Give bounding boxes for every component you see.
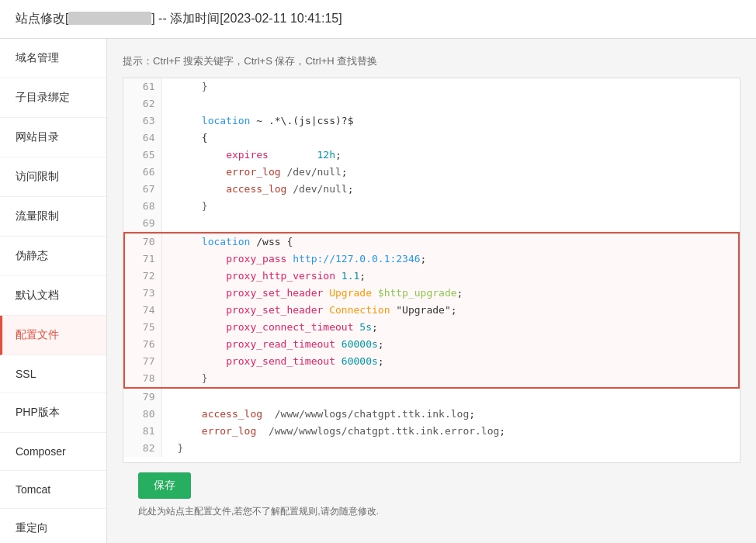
- table-row: 62: [124, 95, 739, 112]
- table-row: 68 }: [124, 198, 739, 215]
- line-number: 78: [124, 370, 161, 388]
- line-number: 64: [124, 130, 161, 147]
- sidebar-item-流量限制[interactable]: 流量限制: [0, 197, 106, 237]
- table-row: 72 proxy_http_version 1.1;: [124, 268, 739, 285]
- code-line: }: [161, 440, 739, 457]
- code-line: }: [161, 370, 739, 388]
- sidebar-item-网站目录[interactable]: 网站目录: [0, 118, 106, 157]
- table-row: 61 }: [124, 78, 739, 95]
- code-line: location /wss {: [161, 233, 739, 251]
- line-number: 66: [124, 164, 161, 181]
- line-number: 62: [124, 95, 161, 112]
- hint-bar: 提示：Ctrl+F 搜索关键字，Ctrl+S 保存，Ctrl+H 查找替换: [123, 54, 740, 68]
- code-editor[interactable]: 61 }6263 location ~ .*\.(js|css)?$64 {65…: [123, 78, 740, 463]
- code-line: expires 12h;: [161, 147, 739, 164]
- table-row: 74 proxy_set_header Connection "Upgrade"…: [124, 302, 739, 319]
- table-row: 79: [124, 388, 739, 406]
- code-line: }: [161, 198, 739, 215]
- main-container: 域名管理子目录绑定网站目录访问限制流量限制伪静态默认文档配置文件SSLPHP版本…: [0, 39, 756, 543]
- table-row: 82}: [124, 440, 739, 457]
- line-number: 81: [124, 423, 161, 440]
- title-bar: 站点修改[chatgpt.ttk.ink] -- 添加时间[2023-02-11…: [0, 0, 756, 39]
- code-line: proxy_set_header Upgrade $http_upgrade;: [161, 285, 739, 302]
- code-table: 61 }6263 location ~ .*\.(js|css)?$64 {65…: [123, 78, 740, 457]
- line-number: 72: [124, 268, 161, 285]
- table-row: 70 location /wss {: [124, 233, 739, 251]
- line-number: 67: [124, 181, 161, 198]
- table-row: 73 proxy_set_header Upgrade $http_upgrad…: [124, 285, 739, 302]
- line-number: 61: [124, 78, 161, 95]
- line-number: 75: [124, 319, 161, 336]
- code-line: proxy_set_header Connection "Upgrade";: [161, 302, 739, 319]
- code-line: error_log /dev/null;: [161, 164, 739, 181]
- sidebar-item-Composer[interactable]: Composer: [0, 433, 106, 471]
- code-line: [161, 215, 739, 233]
- line-number: 80: [124, 406, 161, 423]
- table-row: 78 }: [124, 370, 739, 388]
- line-number: 71: [124, 251, 161, 268]
- code-line: proxy_read_timeout 60000s;: [161, 336, 739, 353]
- sidebar-item-重定向[interactable]: 重定向: [0, 509, 106, 543]
- code-line: proxy_send_timeout 60000s;: [161, 353, 739, 370]
- code-line: proxy_pass http://127.0.0.1:2346;: [161, 251, 739, 268]
- code-line: proxy_connect_timeout 5s;: [161, 319, 739, 336]
- sidebar-item-SSL[interactable]: SSL: [0, 355, 106, 393]
- footer-note: 此处为站点主配置文件,若您不了解配置规则,请勿随意修改.: [138, 505, 725, 518]
- content-area: 提示：Ctrl+F 搜索关键字，Ctrl+S 保存，Ctrl+H 查找替换 61…: [107, 39, 756, 543]
- table-row: 77 proxy_send_timeout 60000s;: [124, 353, 739, 370]
- line-number: 68: [124, 198, 161, 215]
- table-row: 67 access_log /dev/null;: [124, 181, 739, 198]
- line-number: 69: [124, 215, 161, 233]
- table-row: 81 error_log /www/wwwlogs/chatgpt.ttk.in…: [124, 423, 739, 440]
- code-line: {: [161, 130, 739, 147]
- sidebar-item-默认文档[interactable]: 默认文档: [0, 276, 106, 316]
- code-line: access_log /dev/null;: [161, 181, 739, 198]
- sidebar-item-子目录绑定[interactable]: 子目录绑定: [0, 78, 106, 118]
- table-row: 76 proxy_read_timeout 60000s;: [124, 336, 739, 353]
- table-row: 64 {: [124, 130, 739, 147]
- title-suffix: ] -- 添加时间[2023-02-11 10:41:15]: [151, 12, 342, 25]
- bottom-bar: 保存 此处为站点主配置文件,若您不了解配置规则,请勿随意修改.: [123, 463, 740, 527]
- line-number: 65: [124, 147, 161, 164]
- line-number: 70: [124, 233, 161, 251]
- table-row: 80 access_log /www/wwwlogs/chatgpt.ttk.i…: [124, 406, 739, 423]
- code-line: }: [161, 78, 739, 95]
- code-line: location ~ .*\.(js|css)?$: [161, 112, 739, 130]
- title-redacted: chatgpt.ttk.ink: [68, 12, 151, 25]
- table-row: 75 proxy_connect_timeout 5s;: [124, 319, 739, 336]
- code-line: access_log /www/wwwlogs/chatgpt.ttk.ink.…: [161, 406, 739, 423]
- code-line: [161, 95, 739, 112]
- table-row: 69: [124, 215, 739, 233]
- table-row: 71 proxy_pass http://127.0.0.1:2346;: [124, 251, 739, 268]
- sidebar-item-访问限制[interactable]: 访问限制: [0, 157, 106, 197]
- sidebar-item-配置文件[interactable]: 配置文件: [0, 316, 106, 355]
- sidebar-item-域名管理[interactable]: 域名管理: [0, 39, 106, 78]
- sidebar: 域名管理子目录绑定网站目录访问限制流量限制伪静态默认文档配置文件SSLPHP版本…: [0, 39, 107, 543]
- code-line: error_log /www/wwwlogs/chatgpt.ttk.ink.e…: [161, 423, 739, 440]
- line-number: 73: [124, 285, 161, 302]
- sidebar-item-伪静态[interactable]: 伪静态: [0, 237, 106, 276]
- line-number: 82: [124, 440, 161, 457]
- line-number: 79: [124, 388, 161, 406]
- sidebar-item-PHP版本[interactable]: PHP版本: [0, 393, 106, 433]
- table-row: 66 error_log /dev/null;: [124, 164, 739, 181]
- code-line: [161, 388, 739, 406]
- code-line: proxy_http_version 1.1;: [161, 268, 739, 285]
- title-prefix: 站点修改[: [16, 12, 68, 25]
- line-number: 63: [124, 112, 161, 130]
- sidebar-item-Tomcat[interactable]: Tomcat: [0, 471, 106, 509]
- line-number: 74: [124, 302, 161, 319]
- line-number: 77: [124, 353, 161, 370]
- table-row: 63 location ~ .*\.(js|css)?$: [124, 112, 739, 130]
- save-button[interactable]: 保存: [138, 472, 191, 499]
- line-number: 76: [124, 336, 161, 353]
- table-row: 65 expires 12h;: [124, 147, 739, 164]
